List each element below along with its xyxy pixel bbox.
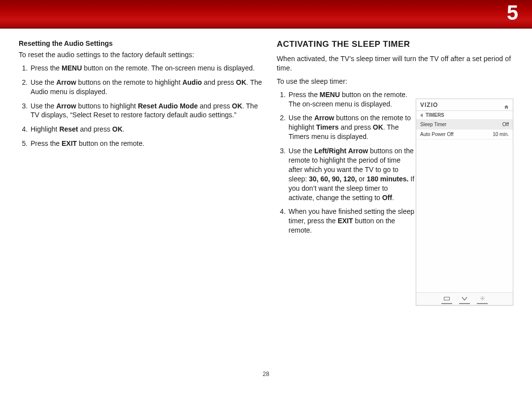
right-intro-2: To use the sleep timer: bbox=[277, 77, 513, 86]
right-step-1: Press the MENU button on the remote. The… bbox=[288, 90, 415, 109]
v-icon bbox=[462, 294, 467, 303]
right-step-4: When you have finished setting the sleep… bbox=[288, 207, 415, 235]
inset-row-label: Sleep Timer bbox=[420, 122, 446, 127]
chapter-number: 5 bbox=[507, 1, 518, 25]
left-step-3: Use the Arrow buttons to highlight Reset… bbox=[30, 102, 265, 120]
svg-line-9 bbox=[483, 297, 484, 298]
svg-line-7 bbox=[483, 299, 484, 300]
inset-row-value: 10 min. bbox=[493, 132, 509, 137]
svg-line-6 bbox=[481, 297, 481, 298]
inset-row-value: Off bbox=[502, 122, 509, 127]
inset-header: VIZIO bbox=[416, 99, 513, 111]
inset-body-empty bbox=[416, 139, 513, 292]
home-icon bbox=[504, 103, 509, 107]
chapter-header-band: 5 bbox=[0, 0, 532, 29]
svg-rect-0 bbox=[444, 297, 450, 300]
inset-row-auto-power-off: Auto Power Off 10 min. bbox=[416, 130, 513, 139]
timers-menu-inset: VIZIO TIMERS Sleep Timer Off Auto Power … bbox=[416, 99, 513, 306]
right-section-title: ACTIVATING THE SLEEP TIMER bbox=[277, 39, 513, 49]
left-subheading: Resetting the Audio Settings bbox=[19, 39, 265, 47]
inset-crumb-label: TIMERS bbox=[426, 112, 444, 118]
back-arrow-icon bbox=[420, 113, 423, 117]
footer-slot-gear-icon bbox=[477, 294, 488, 304]
left-step-4: Highlight Reset and press OK. bbox=[30, 125, 265, 134]
right-step-2: Use the Arrow buttons on the remote to h… bbox=[288, 113, 415, 141]
right-step-3: Use the Left/Right Arrow buttons on the … bbox=[288, 146, 415, 202]
left-step-1: Press the MENU button on the remote. The… bbox=[30, 64, 265, 73]
left-step-5: Press the EXIT button on the remote. bbox=[30, 139, 265, 148]
footer-slot-wide-icon bbox=[441, 294, 452, 304]
wide-icon bbox=[444, 294, 450, 303]
gear-icon bbox=[480, 294, 485, 303]
footer-slot-v-icon bbox=[459, 294, 470, 304]
svg-point-1 bbox=[482, 298, 483, 299]
left-intro: To reset the audio settings to the facto… bbox=[19, 50, 265, 60]
right-step-list: Press the MENU button on the remote. The… bbox=[288, 90, 415, 235]
inset-footer-bar bbox=[416, 292, 513, 305]
inset-breadcrumb: TIMERS bbox=[416, 111, 513, 120]
left-step-list: Press the MENU button on the remote. The… bbox=[30, 64, 265, 148]
page-number: 28 bbox=[0, 371, 532, 377]
column-left: Resetting the Audio Settings To reset th… bbox=[19, 39, 265, 240]
inset-row-label: Auto Power Off bbox=[420, 132, 454, 137]
left-step-2: Use the Arrow buttons on the remote to h… bbox=[30, 78, 265, 97]
right-intro-1: When activated, the TV’s sleep timer wil… bbox=[277, 54, 513, 73]
inset-row-sleep-timer: Sleep Timer Off bbox=[416, 120, 513, 130]
svg-line-8 bbox=[481, 299, 481, 300]
vizio-logo-text: VIZIO bbox=[420, 102, 438, 108]
column-right: ACTIVATING THE SLEEP TIMER When activate… bbox=[277, 39, 513, 240]
